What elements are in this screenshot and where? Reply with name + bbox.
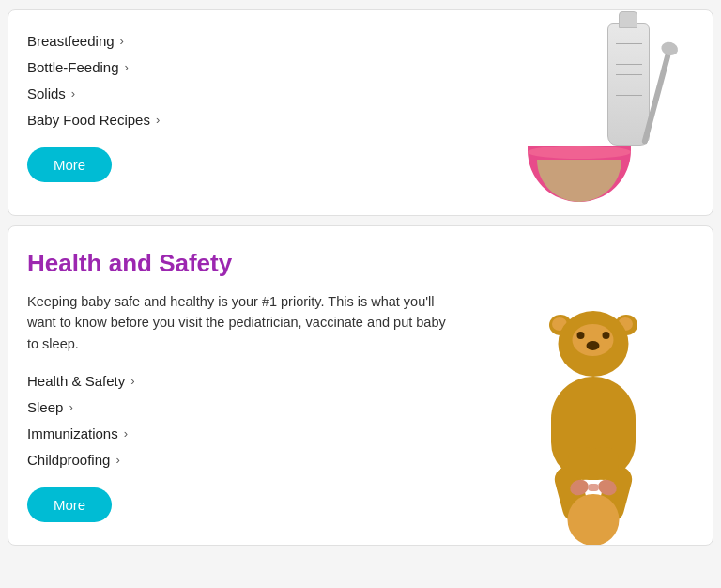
health-safety-label: Health & Safety [27, 373, 125, 389]
bottle-feeding-label: Bottle-Feeding [27, 59, 119, 75]
bottle-line [616, 74, 642, 75]
health-safety-card-image [473, 226, 713, 545]
feeding-card: Breastfeeding › Bottle-Feeding › Solids … [8, 9, 713, 216]
list-item: Bottle-Feeding › [27, 59, 461, 76]
teddy-body [551, 377, 636, 480]
bowl-icon [528, 146, 631, 202]
teddy-nose [587, 341, 600, 350]
chevron-icon: › [124, 426, 128, 441]
chevron-icon: › [71, 86, 75, 101]
chevron-icon: › [125, 60, 129, 74]
baby-food-illustration [518, 23, 668, 202]
health-safety-nav-list: Health & Safety › Sleep › Immunizations … [27, 373, 461, 469]
teddy-eye-right [602, 332, 609, 339]
feeding-card-content: Breastfeeding › Bottle-Feeding › Solids … [27, 33, 461, 182]
solids-link[interactable]: Solids › [27, 85, 75, 101]
feeding-more-button[interactable]: More [27, 147, 112, 182]
bottle-feeding-link[interactable]: Bottle-Feeding › [27, 59, 129, 75]
chevron-icon: › [115, 453, 119, 467]
bottle-icon [607, 23, 650, 146]
childproofing-label: Childproofing [27, 452, 110, 468]
feeding-card-image [473, 10, 713, 215]
chevron-icon: › [156, 113, 160, 127]
list-item: Baby Food Recipes › [27, 112, 461, 129]
health-safety-more-button[interactable]: More [27, 487, 112, 522]
teddy-bear-illustration [518, 292, 668, 480]
chevron-icon: › [69, 400, 72, 414]
list-item: Health & Safety › [27, 373, 461, 390]
health-safety-card-content: Health and Safety Keeping baby safe and … [27, 249, 461, 522]
list-item: Solids › [27, 85, 461, 102]
list-item: Sleep › [27, 399, 461, 416]
baby-food-recipes-label: Baby Food Recipes [27, 112, 150, 128]
health-safety-description: Keeping baby safe and healthy is your #1… [27, 291, 461, 354]
list-item: Breastfeeding › [27, 33, 461, 50]
immunizations-link[interactable]: Immunizations › [27, 426, 128, 441]
bottle-line [616, 43, 642, 44]
feeding-nav-list: Breastfeeding › Bottle-Feeding › Solids … [27, 33, 461, 129]
teddy-tummy [567, 494, 619, 546]
bowl-rim [528, 146, 631, 159]
childproofing-link[interactable]: Childproofing › [27, 452, 120, 468]
sleep-link[interactable]: Sleep › [27, 399, 73, 415]
list-item: Immunizations › [27, 426, 461, 442]
bottle-line [616, 95, 642, 96]
teddy-eye-left [576, 332, 584, 339]
sleep-label: Sleep [27, 399, 63, 415]
baby-food-recipes-link[interactable]: Baby Food Recipes › [27, 112, 160, 128]
health-safety-title: Health and Safety [27, 249, 461, 278]
breastfeeding-link[interactable]: Breastfeeding › [27, 33, 124, 49]
chevron-icon: › [130, 374, 134, 388]
immunizations-label: Immunizations [27, 426, 118, 441]
teddy-head [558, 311, 628, 377]
solids-label: Solids [27, 85, 66, 101]
teddy-face [573, 324, 614, 356]
list-item: Childproofing › [27, 452, 461, 469]
chevron-icon: › [120, 34, 124, 48]
bottle-line [616, 64, 642, 65]
breastfeeding-label: Breastfeeding [27, 33, 115, 49]
health-safety-link[interactable]: Health & Safety › [27, 373, 135, 389]
teddy-bear [532, 311, 654, 480]
teddy-leg-right [589, 447, 619, 480]
bottle-line [616, 85, 642, 85]
bow-center [588, 484, 599, 491]
bottle-line [616, 54, 642, 54]
health-safety-card: Health and Safety Keeping baby safe and … [8, 225, 713, 546]
bottle-lines [616, 43, 642, 105]
